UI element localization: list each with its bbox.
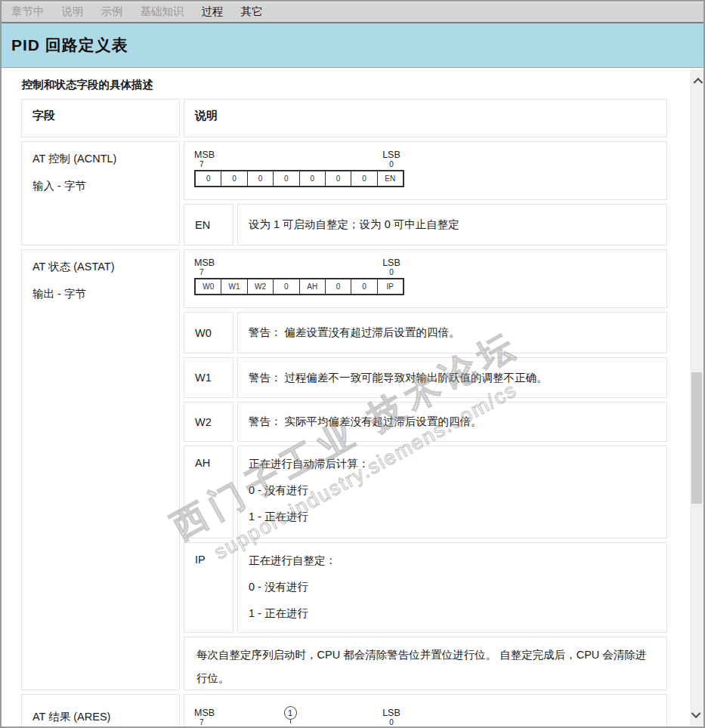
astat-note: 每次自整定序列启动时，CPU 都会清除警告位并置位进行位。 自整定完成后，CPU… — [184, 637, 667, 690]
field-cell-astat: AT 状态 (ASTAT) 输出 - 字节 — [21, 249, 180, 690]
bit-label-w0: W0 — [184, 312, 233, 353]
field-name: AT 结果 (ARES) — [32, 710, 169, 724]
msb-bit-number: 7 — [194, 160, 215, 168]
table-row: AT 结果 (ARES) MSB 7 1 — [21, 694, 667, 728]
bit-cell: 0 — [351, 171, 377, 186]
msb-bit-number: 7 — [194, 268, 215, 276]
column-header-field: 字段 — [21, 99, 180, 137]
menubar: 章节中 说明 示例 基础知识 过程 其它 — [2, 2, 703, 23]
menu-item-shuoming[interactable]: 说明 — [60, 5, 86, 19]
field-name: AT 状态 (ASTAT) — [32, 260, 169, 274]
bit-cell: AH — [300, 279, 326, 294]
bit-row: W0 W1 W2 0 AH 0 0 IP — [194, 278, 404, 295]
bit-cell: 0 — [248, 171, 274, 186]
bit-cell: 0 — [300, 171, 326, 186]
scroll-down-button[interactable] — [690, 705, 703, 726]
msb-bit-number: 7 — [194, 718, 215, 726]
chevron-up-icon — [693, 77, 703, 87]
vertical-scrollbar[interactable] — [690, 69, 703, 726]
table-row: AT 控制 (ACNTL) 输入 - 字节 MSB 7 — [21, 141, 667, 245]
table-header-row: 字段 说明 — [21, 99, 667, 137]
lsb-label: LSB — [379, 258, 404, 268]
scrollbar-track[interactable] — [690, 91, 703, 705]
bit-cell: 0 — [274, 171, 299, 186]
bit-desc-w1: 警告： 过程偏差不一致可能导致对输出阶跃值的调整不正确。 — [237, 357, 667, 398]
bit-cell: 0 — [326, 279, 351, 294]
msb-label: MSB — [194, 258, 215, 268]
column-header-desc: 说明 — [184, 99, 667, 137]
table-row: AT 状态 (ASTAT) 输出 - 字节 MSB 7 — [21, 249, 667, 690]
field-name: AT 控制 (ACNTL) — [32, 152, 169, 166]
bit-label-en: EN — [184, 204, 233, 245]
scrollbar-thumb[interactable] — [691, 372, 702, 504]
menu-item-guocheng[interactable]: 过程 — [199, 5, 226, 19]
bit-desc-w2: 警告： 实际平均偏差没有超过滞后设置的四倍。 — [237, 402, 667, 442]
bit-desc-ah: 正在进行自动滞后计算： 0 - 没有进行 1 - 正在进行 — [237, 446, 667, 538]
fields-table: 字段 说明 AT 控制 (ACNTL) 输入 - 字节 MSB — [21, 99, 667, 728]
bit-cell: 0 — [221, 171, 247, 186]
menu-item-jichu[interactable]: 基础知识 — [138, 5, 187, 19]
field-cell-acntl: AT 控制 (ACNTL) 输入 - 字节 — [21, 141, 180, 245]
content-area: 控制和状态字段的具体描述 字段 说明 AT 控制 (ACNTL) 输入 - 字节 — [2, 78, 690, 728]
bit-cell: W2 — [248, 279, 274, 294]
field-cell-ares: AT 结果 (ARES) — [21, 694, 180, 728]
chevron-down-icon — [691, 708, 700, 718]
lsb-bit-number: 0 — [379, 160, 404, 168]
intro-text: 控制和状态字段的具体描述 — [22, 78, 690, 92]
field-type: 输入 - 字节 — [32, 179, 169, 193]
bit-desc-ip: 正在进行自整定： 0 - 没有进行 1 - 正在进行 — [237, 542, 667, 633]
bit-desc-en: 设为 1 可启动自整定；设为 0 可中止自整定 — [237, 204, 667, 245]
menu-item-shili[interactable]: 示例 — [99, 5, 125, 19]
bit-cell: EN — [378, 171, 403, 186]
footnote-marker-1: 1 — [283, 706, 297, 723]
lsb-label: LSB — [379, 708, 404, 718]
bit-label-w2: W2 — [184, 402, 233, 442]
page-header: PID 回路定义表 — [2, 23, 703, 68]
lsb-label: LSB — [379, 150, 404, 160]
lsb-bit-number: 0 — [379, 268, 404, 276]
lsb-bit-number: 0 — [379, 718, 404, 726]
menu-item-chapter[interactable]: 章节中 — [9, 5, 47, 19]
bit-cell: W0 — [196, 279, 221, 294]
bit-cell: 0 — [351, 279, 377, 294]
bit-label-ip: IP — [184, 542, 233, 633]
bit-diagram-ares: MSB 7 1 LSB 0 — [184, 694, 667, 728]
page-title: PID 回路定义表 — [11, 35, 128, 56]
help-window: 章节中 说明 示例 基础知识 过程 其它 PID 回路定义表 控制和状态字段的具… — [0, 0, 705, 728]
bit-cell: 0 — [326, 171, 351, 186]
bit-cell: W1 — [221, 279, 247, 294]
bit-cell: 0 — [196, 171, 221, 186]
bit-row: 0 0 0 0 0 0 0 EN — [194, 170, 404, 187]
bit-label-w1: W1 — [184, 357, 233, 398]
msb-label: MSB — [194, 150, 215, 160]
bit-diagram-astat: MSB 7 LSB 0 W0 W1 — [184, 249, 667, 308]
bit-desc-w0: 警告： 偏差设置没有超过滞后设置的四倍。 — [237, 312, 667, 353]
menu-item-qita[interactable]: 其它 — [239, 5, 265, 19]
bit-diagram-acntl: MSB 7 LSB 0 0 0 0 — [184, 141, 667, 200]
field-type: 输出 - 字节 — [32, 287, 169, 301]
msb-label: MSB — [194, 708, 215, 718]
bit-cell: IP — [378, 279, 403, 294]
bit-label-ah: AH — [184, 446, 233, 538]
bit-cell: 0 — [274, 279, 299, 294]
scroll-up-button[interactable] — [690, 69, 703, 91]
